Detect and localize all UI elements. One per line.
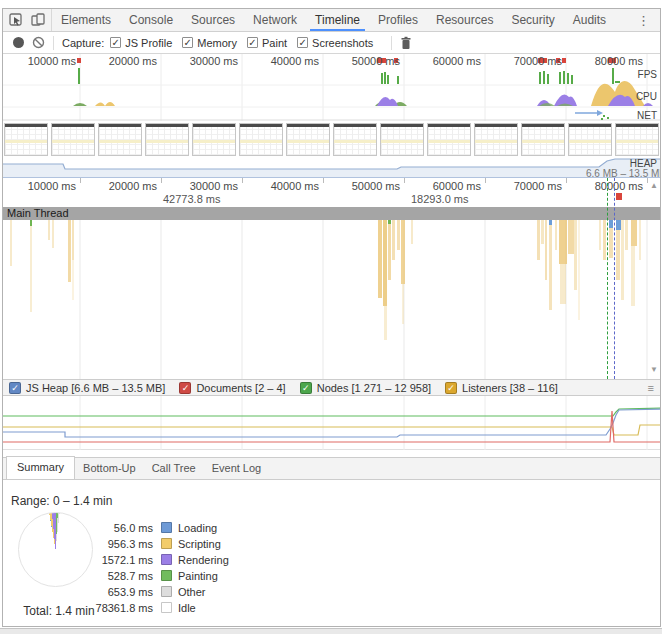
counter-checkbox: ✓ (300, 382, 312, 394)
tab-timeline[interactable]: Timeline (306, 9, 369, 31)
tab-bottom-up[interactable]: Bottom-Up (75, 458, 144, 479)
toolbar-separator (391, 36, 392, 50)
overview-tick-label: 20000 ms (109, 55, 157, 67)
counter-label: JS Heap [6.6 MB – 13.5 MB] (26, 382, 165, 394)
ruler-tick-label: 70000 ms (514, 180, 562, 192)
range-label: Range: 0 – 1.4 min (11, 494, 112, 508)
screenshot-thumbnail[interactable] (286, 123, 330, 156)
legend-value: 653.9 ms (63, 586, 153, 598)
checkbox-check-icon: ✓ (297, 37, 308, 48)
ruler-tick-label: 80000 ms (595, 180, 643, 192)
tab-event-log[interactable]: Event Log (204, 458, 270, 479)
overview-tick-label: 70000 ms (514, 55, 562, 67)
tab-console[interactable]: Console (120, 9, 182, 31)
legend-row-painting: 528.7 ms Painting (63, 568, 323, 583)
screenshot-thumbnail[interactable] (474, 123, 518, 156)
checkbox-label: Paint (262, 37, 287, 49)
counter-nodes[interactable]: ✓ Nodes [1 271 – 12 958] (300, 382, 431, 394)
tab-elements[interactable]: Elements (52, 9, 120, 31)
legend-label: Scripting (178, 538, 221, 550)
screenshot-thumbnail[interactable] (98, 123, 142, 156)
clear-icon[interactable] (32, 36, 45, 49)
checkbox-memory[interactable]: ✓ Memory (182, 37, 237, 49)
screenshot-thumbnail[interactable] (521, 123, 565, 156)
trash-icon[interactable] (400, 36, 412, 50)
legend-label: Rendering (178, 554, 229, 566)
tab-audits[interactable]: Audits (564, 9, 615, 31)
timeline-overview[interactable]: 10000 ms 20000 ms 30000 ms 40000 ms 5000… (3, 54, 660, 121)
tab-sources[interactable]: Sources (182, 9, 244, 31)
overflow-menu-icon[interactable]: ⋮ (627, 13, 660, 28)
counters-chart[interactable] (3, 396, 660, 450)
ruler-marker-label: 18293.0 ms (411, 193, 468, 205)
legend-label: Loading (178, 522, 217, 534)
main-thread-header[interactable]: Main Thread (3, 207, 660, 220)
checkbox-screenshots[interactable]: ✓ Screenshots (297, 37, 373, 49)
ruler-tick-label: 30000 ms (190, 180, 238, 192)
checkbox-label: JS Profile (125, 37, 172, 49)
tab-network[interactable]: Network (244, 9, 306, 31)
flame-chart-graph (3, 220, 661, 379)
counter-documents[interactable]: ✓ Documents [2 – 4] (179, 382, 285, 394)
screenshot-thumbnail[interactable] (239, 123, 283, 156)
counter-checkbox: ✓ (179, 382, 191, 394)
heap-line-chart (3, 157, 661, 178)
counters-legend: ✓ JS Heap [6.6 MB – 13.5 MB] ✓ Documents… (3, 379, 660, 396)
tab-security[interactable]: Security (502, 9, 563, 31)
scroll-up-arrow[interactable]: ▲ (650, 181, 658, 190)
screenshot-thumbnail[interactable] (333, 123, 377, 156)
checkbox-label: Memory (197, 37, 237, 49)
overview-tick-label: 10000 ms (28, 55, 76, 67)
summary-pane: Range: 0 – 1.4 min Total: 1.4 min 56.0 m… (3, 480, 660, 626)
checkbox-check-icon: ✓ (182, 37, 193, 48)
ruler-marker-label: 42773.8 ms (163, 193, 220, 205)
legend-label: Idle (178, 602, 196, 614)
counter-listeners[interactable]: ✓ Listeners [38 – 116] (445, 382, 558, 394)
tab-summary[interactable]: Summary (6, 456, 75, 479)
device-toolbar-icon[interactable] (31, 13, 45, 27)
counter-label: Listeners [38 – 116] (462, 382, 558, 394)
counter-js-heap[interactable]: ✓ JS Heap [6.6 MB – 13.5 MB] (9, 382, 165, 394)
inspect-element-icon[interactable] (9, 13, 23, 27)
overview-tick-label: 60000 ms (433, 55, 481, 67)
ruler-tick-label: 40000 ms (271, 180, 319, 192)
counter-checkbox: ✓ (445, 382, 457, 394)
counters-menu-icon[interactable]: ≡ (648, 382, 660, 394)
counters-graph (3, 396, 661, 450)
screenshot-thumbnail[interactable] (192, 123, 236, 156)
ruler-tick-label: 60000 ms (433, 180, 481, 192)
legend-value: 1572.1 ms (63, 554, 153, 566)
ruler-tick-label: 10000 ms (28, 180, 76, 192)
record-button[interactable] (13, 37, 24, 48)
checkbox-js-profile[interactable]: ✓ JS Profile (110, 37, 172, 49)
capture-toolbar: Capture: ✓ JS Profile ✓ Memory ✓ Paint ✓… (3, 32, 660, 54)
screenshot-thumbnail[interactable] (145, 123, 189, 156)
screenshot-filmstrip[interactable] (4, 121, 660, 157)
screenshot-thumbnail[interactable] (568, 123, 612, 156)
tab-resources[interactable]: Resources (427, 9, 502, 31)
listeners-line (3, 425, 661, 435)
screenshot-thumbnail[interactable] (615, 123, 659, 156)
fps-bars (78, 68, 620, 84)
nodes-line (3, 408, 661, 416)
checkbox-check-icon: ✓ (110, 37, 121, 48)
checkbox-check-icon: ✓ (247, 37, 258, 48)
overview-tick-label: 80000 ms (595, 55, 643, 67)
screenshot-thumbnail[interactable] (4, 123, 48, 156)
legend-row-loading: 56.0 ms Loading (63, 520, 323, 535)
scripting-swatch (161, 538, 172, 549)
checkbox-paint[interactable]: ✓ Paint (247, 37, 287, 49)
counter-label: Documents [2 – 4] (196, 382, 285, 394)
screenshot-thumbnail[interactable] (51, 123, 95, 156)
bottom-strip (0, 628, 662, 634)
details-tabbar: Summary Bottom-Up Call Tree Event Log (3, 457, 660, 480)
tabbar-icons (3, 9, 52, 31)
screenshot-thumbnail[interactable] (380, 123, 424, 156)
screenshot-thumbnail[interactable] (427, 123, 471, 156)
scroll-down-arrow[interactable]: ▼ (650, 365, 658, 374)
tab-profiles[interactable]: Profiles (369, 9, 427, 31)
legend-value: 528.7 ms (63, 570, 153, 582)
tab-call-tree[interactable]: Call Tree (144, 458, 204, 479)
heap-overview: HEAP 6.6 MB – 13.5 MB (3, 157, 660, 178)
flame-chart[interactable]: ▼ (3, 220, 660, 379)
